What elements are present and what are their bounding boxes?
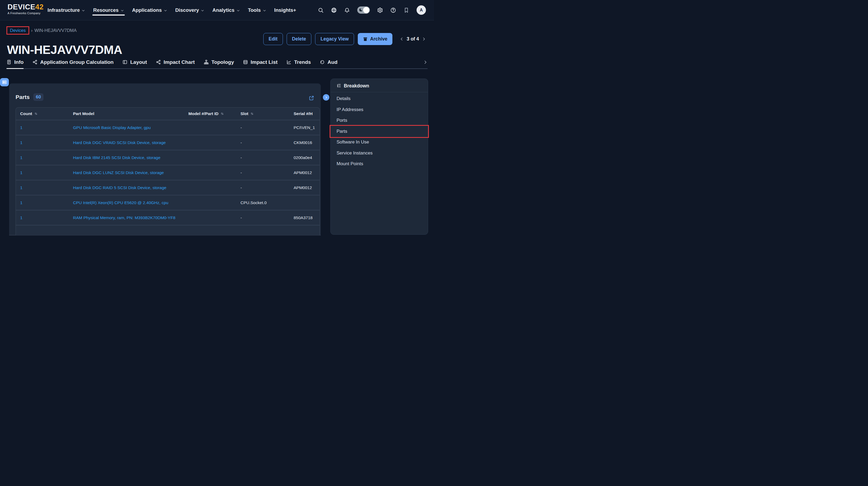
breakdown-item-details[interactable]: Details: [331, 93, 428, 104]
column-label: Count: [20, 111, 32, 116]
parts-table-row: 1Hard Disk IBM 2145 SCSI Disk Device, st…: [16, 150, 320, 165]
notifications-bell-icon: [344, 7, 350, 13]
nav-item-discovery[interactable]: Discovery: [175, 0, 204, 20]
column-header-slot: Slot: [241, 111, 293, 116]
list-panel-icon: [2, 80, 7, 85]
part-model-link[interactable]: Hard Disk DGC VRAID SCSI Disk Device, st…: [73, 140, 165, 145]
part-count-link[interactable]: 1: [20, 185, 23, 190]
column-label: Serial #/H: [293, 111, 313, 116]
breakdown-item-mount-points[interactable]: Mount Points: [331, 159, 428, 169]
edit-button[interactable]: Edit: [263, 33, 283, 45]
breakdown-item-parts[interactable]: Parts: [331, 126, 428, 137]
open-parts-external-button[interactable]: [309, 95, 314, 102]
part-count-link[interactable]: 1: [20, 125, 23, 130]
globe-button[interactable]: [331, 7, 337, 13]
cell-part-model: Hard Disk DGC LUNZ SCSI Disk Device, sto…: [73, 170, 188, 175]
pager-previous-icon[interactable]: [400, 37, 404, 41]
parts-table-body: 1GPU Microsoft Basic Display Adapter, gp…: [16, 120, 320, 235]
column-header-serial-h: Serial #/H: [293, 111, 320, 116]
delete-button[interactable]: Delete: [287, 33, 312, 45]
nav-item-resources[interactable]: Resources: [93, 0, 124, 20]
parts-table-row: 1CPU Intel(R) Xeon(R) CPU E5620 @ 2.40GH…: [16, 195, 320, 210]
part-model-link[interactable]: CPU Intel(R) Xeon(R) CPU E5620 @ 2.40GHz…: [73, 200, 168, 205]
breadcrumb: Devices › WIN-HEJAVVV7DMA: [6, 26, 77, 35]
toc-toggle-button[interactable]: [0, 78, 9, 86]
parts-table-row: 1Hard Disk DGC VRAID SCSI Disk Device, s…: [16, 135, 320, 150]
chevron-right-icon: [325, 96, 328, 99]
part-model-link[interactable]: Hard Disk DGC RAID 5 SCSI Disk Device, s…: [73, 185, 166, 190]
breakdown-item-label: Ports: [337, 118, 347, 123]
settings-gear-button[interactable]: [377, 7, 383, 13]
bookmark-icon: [403, 7, 409, 13]
cell-count: 1: [20, 215, 73, 220]
avatar[interactable]: A: [416, 5, 426, 15]
breakdown-title: Breakdown: [344, 83, 369, 89]
parts-panel-header: Parts 60: [9, 84, 321, 101]
part-count-link[interactable]: 1: [20, 155, 23, 160]
globe-icon: [331, 7, 337, 13]
tab-info[interactable]: Info: [6, 56, 24, 68]
device-tabs: InfoApplication Group CalculationLayoutI…: [6, 56, 428, 69]
sort-icon[interactable]: [250, 112, 254, 116]
file-lines-icon: [6, 60, 11, 65]
tab-topology[interactable]: Topology: [204, 56, 234, 68]
tab-impact-chart[interactable]: Impact Chart: [156, 56, 195, 68]
tabs-scroll-right-icon[interactable]: [423, 60, 428, 64]
tab-aud[interactable]: Aud: [320, 56, 337, 68]
cell-serial: 0200a0e4: [293, 155, 320, 160]
avatar-letter: A: [420, 8, 423, 12]
part-count-link[interactable]: 1: [20, 170, 23, 175]
sort-icon[interactable]: [34, 112, 38, 116]
help-button[interactable]: [390, 7, 396, 13]
notifications-bell-button[interactable]: [344, 7, 350, 13]
cell-slot: -: [241, 125, 293, 130]
legacy-view-button[interactable]: Legacy View: [315, 33, 354, 45]
breakdown-item-ports[interactable]: Ports: [331, 115, 428, 126]
breadcrumb-separator: ›: [31, 28, 33, 33]
chevron-down-icon: [164, 9, 167, 12]
part-model-link[interactable]: Hard Disk DGC LUNZ SCSI Disk Device, sto…: [73, 170, 164, 175]
chevron-down-icon: [82, 9, 85, 12]
breakdown-item-software-in-use[interactable]: Software In Use: [331, 137, 428, 148]
breadcrumb-devices-link[interactable]: Devices: [10, 28, 26, 33]
bookmark-button[interactable]: [403, 7, 409, 13]
tab-layout[interactable]: Layout: [122, 56, 147, 68]
part-model-link[interactable]: GPU Microsoft Basic Display Adapter, gpu: [73, 125, 151, 130]
breakdown-item-service-instances[interactable]: Service Instances: [331, 148, 428, 159]
archive-button[interactable]: Archive: [358, 33, 393, 45]
breakdown-item-ip-addresses[interactable]: IP Addresses: [331, 104, 428, 115]
part-model-link[interactable]: RAM Physical Memory, ram, PN: M393B2K70D…: [73, 215, 175, 220]
history-icon: [320, 60, 325, 65]
pager-next-icon[interactable]: [422, 37, 426, 41]
nav-item-tools[interactable]: Tools: [248, 0, 266, 20]
parts-panel-title: Parts: [16, 94, 30, 100]
annotation-red-box-devices: Devices: [6, 26, 29, 35]
theme-toggle[interactable]: [357, 6, 370, 14]
tab-impact-list[interactable]: Impact List: [243, 56, 278, 68]
nav-item-applications[interactable]: Applications: [132, 0, 167, 20]
sort-icon[interactable]: [220, 112, 224, 116]
part-count-link[interactable]: 1: [20, 215, 23, 220]
sidebar-collapse-button[interactable]: [323, 94, 329, 101]
part-count-link[interactable]: 1: [20, 140, 23, 145]
cell-serial: 850A3718: [293, 215, 320, 220]
nav-item-analytics[interactable]: Analytics: [212, 0, 240, 20]
share-nodes-icon: [156, 60, 161, 65]
parts-count-badge: 60: [33, 93, 44, 101]
nav-item-infrastructure[interactable]: Infrastructure: [48, 0, 85, 20]
tab-trends[interactable]: Trends: [286, 56, 311, 68]
part-count-link[interactable]: 1: [20, 200, 23, 205]
device42-logo[interactable]: DEVICE42 A Freshworks Company: [7, 3, 44, 15]
column-header-part-model: Part Model: [73, 111, 188, 116]
search-button[interactable]: [318, 7, 324, 13]
nav-item-insights[interactable]: Insights+: [274, 0, 296, 20]
breadcrumb-current: WIN-HEJAVVV7DMA: [34, 28, 76, 33]
breakdown-item-label: Details: [337, 96, 350, 101]
part-model-link[interactable]: Hard Disk IBM 2145 SCSI Disk Device, sto…: [73, 155, 160, 160]
tab-label: Aud: [328, 59, 337, 65]
parts-panel: Parts 60 CountPart ModelModel #/Part IDS…: [9, 84, 321, 235]
breakdown-item-label: Parts: [337, 129, 347, 134]
table-list-icon: [243, 60, 248, 65]
tab-application-group-calculation[interactable]: Application Group Calculation: [32, 56, 114, 68]
cell-part-model: Hard Disk IBM 2145 SCSI Disk Device, sto…: [73, 155, 188, 160]
